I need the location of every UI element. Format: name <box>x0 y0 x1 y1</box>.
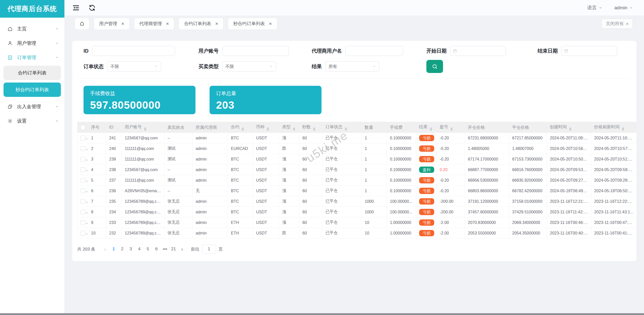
sort-caret-icon[interactable] <box>313 127 315 131</box>
cell-quantity: 1 <box>362 175 387 186</box>
user-dropdown[interactable]: admin <box>614 5 633 11</box>
column-header-label: 结果 <box>419 125 428 129</box>
cell-open_price: 67174.17000000 <box>465 154 509 165</box>
sort-caret-icon[interactable] <box>267 127 269 131</box>
sort-caret-icon[interactable] <box>450 127 453 131</box>
chevron-down-icon <box>55 41 59 45</box>
search-button[interactable] <box>426 60 443 73</box>
result-select[interactable]: 所有 <box>325 61 379 71</box>
cell-status: 已平仓 <box>323 196 362 207</box>
sort-caret-icon[interactable] <box>622 127 624 131</box>
column-header[interactable]: 结果 <box>416 122 437 133</box>
trade-type-select[interactable]: 不限 <box>222 61 276 71</box>
cell-open_price: 66956.53000000 <box>465 175 509 186</box>
chevron-up-icon <box>55 56 59 59</box>
next-page-button[interactable]: › <box>178 245 186 253</box>
row-checkbox[interactable] <box>80 210 85 214</box>
cell-profit: -0.20 <box>437 175 465 186</box>
row-checkbox[interactable] <box>80 136 85 140</box>
sort-caret-icon[interactable] <box>144 127 146 131</box>
sidebar-item-settings[interactable]: 设置 <box>0 114 64 128</box>
goto-page-input[interactable] <box>202 245 216 254</box>
close-icon[interactable]: × <box>215 21 218 26</box>
tab-home[interactable] <box>75 18 89 30</box>
end-date-input[interactable] <box>561 46 617 56</box>
cell-status: 已平仓 <box>323 186 362 196</box>
start-date-label: 开始日期 <box>426 48 447 54</box>
tab-user-management[interactable]: 用户管理 × <box>94 18 130 30</box>
column-header-label: 数量 <box>365 125 373 130</box>
column-header-label: 盈亏 <box>440 125 448 129</box>
page-button-3[interactable]: 3 <box>127 245 135 253</box>
page-button-5[interactable]: 5 <box>144 245 152 253</box>
sort-caret-icon[interactable] <box>430 127 432 131</box>
row-checkbox[interactable] <box>80 157 85 162</box>
sort-caret-icon[interactable] <box>293 127 295 131</box>
sort-caret-icon[interactable] <box>345 127 347 131</box>
column-header[interactable]: 订单状态 <box>323 122 362 133</box>
sidebar-item-order-management[interactable]: 订单管理 <box>0 50 64 65</box>
close-icon[interactable]: × <box>166 21 169 26</box>
row-checkbox[interactable] <box>80 146 85 151</box>
tab-second-contract-orders[interactable]: 秒合约订单列表 × <box>228 18 277 30</box>
table-row: 7235123456789@qq.com张无忌adminBTCUSDT涨60已平… <box>77 196 637 207</box>
sidebar-subitem-contract-orders[interactable]: 合约订单列表 <box>4 66 61 80</box>
prev-page-button[interactable]: ‹ <box>101 245 109 253</box>
row-checkbox[interactable] <box>80 178 85 183</box>
table-row: 5237111111@qq.com测试adminBTCUSDT涨60已平仓10.… <box>77 175 637 186</box>
column-header[interactable]: 秒数 <box>299 122 323 133</box>
cell-id: 234 <box>106 207 122 217</box>
column-header[interactable]: 类型 <box>279 122 299 133</box>
column-header-label: 创建时间 <box>550 125 567 129</box>
tab-contract-orders[interactable]: 合约订单列表 × <box>179 18 223 30</box>
row-checkbox[interactable] <box>80 188 85 193</box>
language-dropdown[interactable]: 语言 <box>587 5 602 11</box>
page-button-1[interactable]: 1 <box>109 245 118 253</box>
page-button-6[interactable]: 6 <box>152 245 161 253</box>
page-button-21[interactable]: 21 <box>169 245 178 253</box>
page-ellipsis-button[interactable]: ••• <box>161 245 169 253</box>
header-checkbox[interactable] <box>80 125 85 130</box>
column-header[interactable]: 合约 <box>228 122 253 133</box>
row-checkbox[interactable] <box>80 220 85 225</box>
sidebar-item-home[interactable]: 主页 <box>0 22 64 36</box>
order-status-select[interactable]: 不限 <box>107 61 161 71</box>
row-checkbox[interactable] <box>80 231 85 235</box>
column-header: 数量 <box>362 122 387 133</box>
cell-seconds: 60 <box>299 228 323 239</box>
sidebar-item-user-management[interactable]: 用户管理 <box>0 36 64 50</box>
cell-profit: -2.00 <box>437 217 465 228</box>
sort-caret-icon[interactable] <box>569 127 572 131</box>
close-all-tabs-button[interactable]: 关闭所有 × <box>601 19 633 29</box>
row-checkbox[interactable] <box>80 199 85 204</box>
column-header[interactable]: 价格刷新时间 <box>591 122 637 133</box>
close-icon[interactable]: × <box>269 21 272 26</box>
tab-agent-management[interactable]: 代理商管理 × <box>134 18 174 30</box>
cell-checkbox <box>77 175 88 186</box>
user-icon <box>7 40 13 46</box>
close-icon[interactable]: × <box>121 21 124 26</box>
column-header[interactable]: 盈亏 <box>437 122 465 133</box>
column-header[interactable]: 用户账号 <box>122 122 165 133</box>
account-filter-input[interactable] <box>222 46 289 56</box>
page-suffix-label: 页 <box>219 246 223 252</box>
page-button-4[interactable]: 4 <box>135 245 144 253</box>
row-checkbox[interactable] <box>80 167 85 172</box>
column-header[interactable]: 币种 <box>253 122 279 133</box>
sidebar-subitem-second-contract-orders[interactable]: 秒合约订单列表 <box>4 83 61 97</box>
agent-filter-input[interactable] <box>345 46 403 56</box>
cell-close_price: 37429.51000000 <box>509 207 547 217</box>
cell-checkbox <box>77 165 88 175</box>
cell-result: 亏损 <box>416 207 437 217</box>
id-filter-input[interactable] <box>92 46 175 56</box>
page-button-2[interactable]: 2 <box>118 245 127 253</box>
sort-caret-icon[interactable] <box>242 127 244 131</box>
cell-account: 123456789@qq.com <box>122 196 165 207</box>
sidebar-item-label: 用户管理 <box>17 40 55 47</box>
start-date-input[interactable] <box>450 46 506 56</box>
sidebar-item-funds-management[interactable]: 出入金管理 <box>0 99 64 114</box>
column-header[interactable]: 创建时间 <box>547 122 591 133</box>
sidebar-subitem-label: 合约订单列表 <box>18 70 47 76</box>
collapse-menu-icon[interactable] <box>72 4 80 12</box>
refresh-icon[interactable] <box>88 4 96 12</box>
